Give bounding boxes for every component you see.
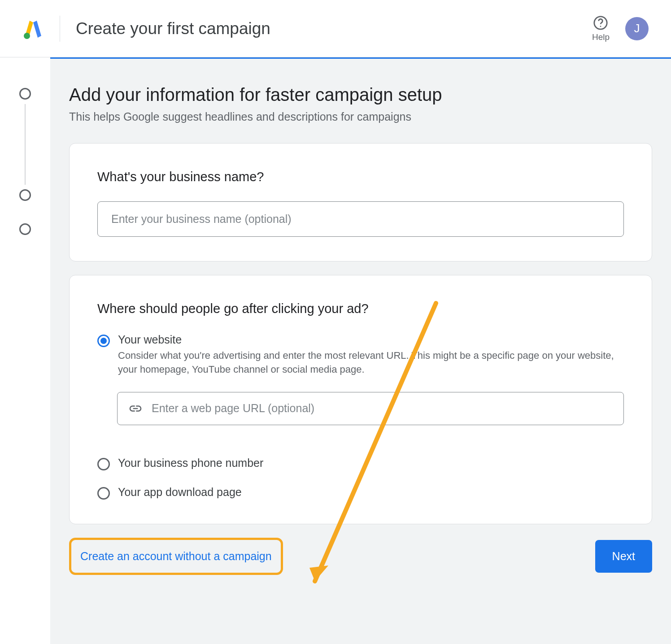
radio-group-rest: Your business phone number Your app down… [97,457,624,500]
body-area: Add your information for faster campaign… [0,57,671,644]
app-header: Create your first campaign Help J [0,0,671,57]
google-ads-logo-icon [22,18,44,39]
radio-label-website: Your website [118,333,624,346]
destination-title: Where should people go after clicking yo… [97,301,624,316]
radio-button-phone[interactable] [97,458,110,470]
step-2-indicator [19,189,31,201]
radio-option-phone[interactable]: Your business phone number [97,457,624,470]
page-title: Create your first campaign [76,19,270,38]
radio-button-website[interactable] [97,335,110,347]
radio-label-app: Your app download page [118,486,242,499]
step-3-indicator [19,223,31,235]
step-connector [25,104,26,185]
help-icon [593,15,608,30]
header-left: Create your first campaign [22,16,270,42]
destination-card: Where should people go after clicking yo… [69,275,652,524]
link-icon [128,401,143,416]
help-button[interactable]: Help [592,15,610,42]
business-name-title: What's your business name? [97,170,624,184]
radio-option-website[interactable]: Your website Consider what you're advert… [97,333,624,377]
radio-desc-website: Consider what you're advertising and ent… [118,349,624,377]
avatar[interactable]: J [625,17,649,40]
header-right: Help J [592,15,649,42]
main-heading: Add your information for faster campaign… [69,85,652,105]
avatar-initial: J [634,22,640,35]
header-divider [60,16,60,42]
url-input-wrap[interactable] [117,392,624,425]
next-button[interactable]: Next [595,540,652,573]
step-1-indicator [19,88,31,100]
svg-point-2 [600,26,601,27]
help-label: Help [592,32,610,42]
radio-button-app[interactable] [97,487,110,500]
business-name-input[interactable] [97,201,624,237]
radio-option-app[interactable]: Your app download page [97,486,624,500]
business-name-card: What's your business name? [69,143,652,261]
skip-campaign-link[interactable]: Create an account without a campaign [69,538,283,575]
footer-row: Create an account without a campaign Nex… [69,538,652,575]
content-panel: Add your information for faster campaign… [50,57,671,644]
radio-selected-dot [100,338,107,344]
radio-content: Your website Consider what you're advert… [118,333,624,377]
url-input[interactable] [152,402,613,415]
svg-point-0 [24,33,30,39]
radio-label-phone: Your business phone number [118,457,263,470]
sub-heading: This helps Google suggest headlines and … [69,110,652,123]
progress-stepper [0,57,50,644]
